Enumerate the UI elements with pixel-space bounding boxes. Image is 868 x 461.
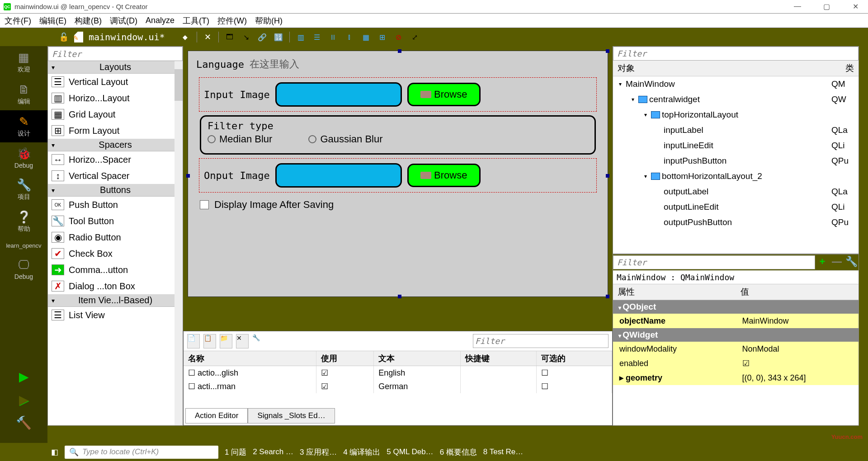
widget-radio-button[interactable]: ◉Radio Button	[48, 229, 183, 245]
layout-vsplit-icon[interactable]: ⫿	[344, 32, 355, 42]
activity-edit[interactable]: 🗎编辑	[0, 78, 47, 110]
tree-row[interactable]: inputLabelQLa	[613, 122, 859, 138]
display-checkbox[interactable]	[200, 200, 209, 209]
widget-check-box[interactable]: ✔Check Box	[48, 245, 183, 262]
widget-tool-button[interactable]: 🔧Tool Button	[48, 213, 183, 229]
menu-build[interactable]: 构建(B)	[75, 15, 102, 26]
tab-signals-slots[interactable]: Signals _Slots Ed…	[248, 408, 335, 423]
group-spacers[interactable]: Spacers	[48, 139, 183, 151]
widgetbox-scrollbar[interactable]	[175, 61, 183, 425]
col-class[interactable]: 类	[841, 61, 859, 76]
locator-input[interactable]: 🔍Type to locate (Ctrl+K)	[65, 446, 218, 459]
col-text[interactable]: 文本	[374, 351, 461, 366]
prop-objectname[interactable]: objectNameMainWindow	[613, 314, 859, 328]
menu-edit[interactable]: 编辑(E)	[39, 15, 66, 26]
edit-signals-icon[interactable]: ↘	[241, 32, 251, 42]
minimize-button[interactable]: —	[788, 2, 807, 11]
add-property-icon[interactable]: +	[815, 256, 830, 269]
copy-action-icon[interactable]: 📋	[203, 334, 216, 348]
tab-action-editor[interactable]: Action Editor	[185, 408, 248, 423]
gaussian-radio[interactable]: Gaussian Blur	[308, 133, 382, 145]
widget-form-layout[interactable]: ⊞Form Layout	[48, 122, 183, 139]
paste-action-icon[interactable]: 📁	[220, 334, 232, 348]
widget-vertical-layout[interactable]: ☰Vertical Layout	[48, 74, 183, 90]
layout-grid-icon[interactable]: ▦	[360, 32, 371, 42]
menu-analyze[interactable]: Analyze	[146, 16, 175, 25]
edit-buddies-icon[interactable]: 🔗	[257, 32, 268, 42]
input-browse-button[interactable]: Browse	[407, 83, 481, 106]
col-checkable[interactable]: 可选的	[536, 351, 612, 366]
status-qml[interactable]: 5 QML Deb…	[387, 447, 433, 456]
prop-windowmodality[interactable]: windowModalityNonModal	[613, 342, 859, 356]
prop-geometry[interactable]: ▸ geometry[(0, 0), 343 x 264]	[613, 371, 859, 385]
file-dropdown-icon[interactable]: ◆	[183, 33, 188, 41]
debug-run-icon[interactable]: ▶	[0, 392, 47, 407]
tree-row[interactable]: inputPushButtonQPu	[613, 153, 859, 169]
group-buttons[interactable]: Buttons	[48, 184, 183, 197]
widget-hspacer[interactable]: ↔Horizo...Spacer	[48, 151, 183, 168]
col-use[interactable]: 使用	[316, 351, 374, 366]
tree-row[interactable]: inputLineEditQLi	[613, 138, 859, 153]
build-icon[interactable]: 🔨	[0, 415, 47, 430]
group-qwidget[interactable]: QWidget	[613, 328, 859, 342]
menu-help[interactable]: 帮助(H)	[255, 15, 283, 26]
activity-kit[interactable]: learn_opencv	[0, 238, 47, 254]
adjust-size-icon[interactable]: ⤢	[409, 32, 420, 42]
tree-row[interactable]: outputLineEditQLi	[613, 199, 859, 215]
menu-debug[interactable]: 调试(D)	[110, 15, 137, 26]
widget-horizontal-layout[interactable]: ▥Horizo...Layout	[48, 90, 183, 106]
table-row[interactable]: ☐ acti...rman☑German☐	[184, 380, 612, 393]
layout-hsplit-icon[interactable]: ⫼	[328, 32, 339, 42]
activity-project[interactable]: 🔧项目	[0, 174, 47, 206]
status-search[interactable]: 2 Search …	[253, 447, 293, 456]
widget-vspacer[interactable]: ↕Vertical Spacer	[48, 168, 183, 184]
tree-row[interactable]: outputPushButtonQPu	[613, 215, 859, 230]
filename-label[interactable]: mainwindow.ui*	[89, 32, 179, 42]
status-test[interactable]: 8 Test Re…	[483, 447, 524, 456]
group-layouts[interactable]: Layouts	[48, 61, 183, 74]
input-layout[interactable]: Input Image Browse	[199, 77, 597, 112]
menu-file[interactable]: 文件(F)	[5, 15, 31, 26]
output-browse-button[interactable]: Browse	[407, 164, 481, 187]
status-app-output[interactable]: 3 应用程…	[300, 447, 337, 457]
remove-property-icon[interactable]: —	[830, 256, 844, 269]
edit-tab-order-icon[interactable]: 🔢	[273, 32, 284, 42]
filter-groupbox[interactable]: Filter type Median Blur Gaussian Blur	[200, 115, 596, 155]
edit-widgets-icon[interactable]: 🗔	[224, 32, 235, 42]
menu-tools[interactable]: 工具(T)	[183, 15, 209, 26]
configure-icon[interactable]: 🔧	[252, 334, 265, 348]
new-action-icon[interactable]: 📄	[187, 334, 200, 348]
layout-form-icon[interactable]: ⊞	[377, 32, 387, 42]
tree-row[interactable]: ▾topHorizontalLayout	[613, 107, 859, 122]
language-input[interactable]: 在这里输入	[250, 57, 299, 71]
activity-debug-target[interactable]: 🖵Debug	[0, 254, 47, 285]
activity-debug[interactable]: 🐞Debug	[0, 142, 47, 174]
group-qobject[interactable]: QObject	[613, 300, 859, 314]
widgetbox-filter-input[interactable]	[48, 47, 183, 61]
col-object[interactable]: 对象	[613, 61, 841, 76]
prop-enabled[interactable]: enabled☑	[613, 356, 859, 371]
widget-command-link[interactable]: ➜Comma...utton	[48, 262, 183, 278]
tree-row[interactable]: ▾MainWindowQM	[613, 76, 859, 92]
layout-horizontal-icon[interactable]: ▥	[295, 32, 306, 42]
lock-icon[interactable]: 🔓	[59, 32, 69, 42]
tree-row[interactable]: outputLabelQLa	[613, 184, 859, 199]
tree-row[interactable]: ▾centralwidgetQW	[613, 92, 859, 107]
close-file-icon[interactable]: ✕	[204, 32, 211, 42]
table-row[interactable]: ☐ actio...glish☑English☐	[184, 366, 612, 380]
status-problems[interactable]: 1 问题	[225, 447, 246, 457]
activity-welcome[interactable]: ▦欢迎	[0, 46, 47, 78]
activity-help[interactable]: ❔帮助	[0, 206, 47, 238]
widget-grid-layout[interactable]: ▦Grid Layout	[48, 106, 183, 122]
form-canvas[interactable]: Language 在这里输入 Input Image Browse Filter…	[188, 51, 608, 297]
col-name[interactable]: 名称	[184, 351, 316, 366]
col-shortcut[interactable]: 快捷键	[461, 351, 536, 366]
property-filter-input[interactable]	[613, 255, 815, 269]
break-layout-icon[interactable]: ⊘	[393, 32, 404, 42]
activity-design[interactable]: ✎设计	[0, 110, 47, 142]
layout-vertical-icon[interactable]: ☰	[311, 32, 322, 42]
widget-list-view[interactable]: ☰List View	[48, 307, 183, 323]
close-button[interactable]: ✕	[846, 2, 864, 11]
status-compile[interactable]: 4 编译输出	[343, 447, 380, 457]
maximize-button[interactable]: ▢	[817, 2, 835, 11]
